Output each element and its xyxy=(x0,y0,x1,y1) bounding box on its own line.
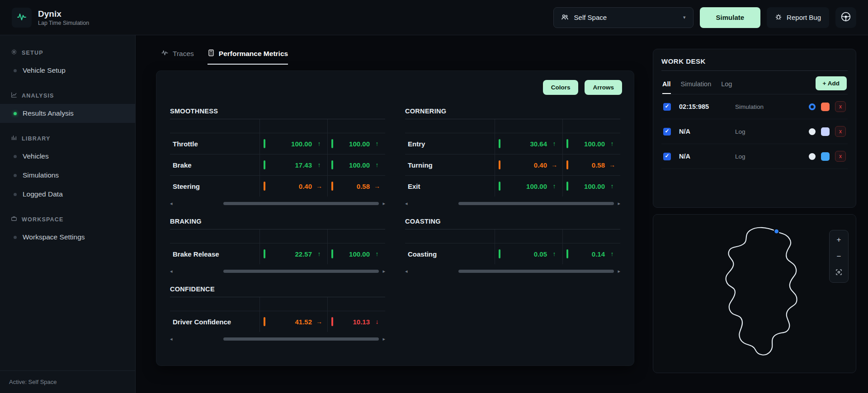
main-area: Traces Performance Metrics Colors Arrows… xyxy=(136,35,642,393)
scroll-left-icon[interactable]: ◂ xyxy=(405,269,408,274)
row-name: N/A xyxy=(679,153,730,160)
trend-up-icon: ↑ xyxy=(316,250,323,257)
fit-view-button[interactable] xyxy=(832,266,846,280)
metric-value-cell: 0.14↑ xyxy=(562,243,620,264)
metric-label: Turning xyxy=(405,154,495,175)
tab-traces[interactable]: Traces xyxy=(161,49,194,65)
scrollbar-track[interactable] xyxy=(176,337,379,341)
row-color-swatch[interactable] xyxy=(821,103,830,111)
scrollbar-thumb[interactable] xyxy=(223,202,379,205)
value-bar-icon xyxy=(566,139,568,148)
metric-value-cell: 0.05↑ xyxy=(495,243,562,264)
scroll-left-icon[interactable]: ◂ xyxy=(170,337,173,342)
arrows-button[interactable]: Arrows xyxy=(585,80,622,95)
scrollbar-track[interactable] xyxy=(176,202,379,205)
sidebar-section-title: ANALYSIS xyxy=(0,84,135,104)
sidebar-item-workspace-settings[interactable]: Workspace Settings xyxy=(0,228,135,247)
work-desk-row: N/ALogx xyxy=(661,119,848,144)
report-bug-button[interactable]: Report Bug xyxy=(767,7,829,28)
row-name: 02:15:985 xyxy=(679,103,730,110)
map-controls: + − xyxy=(829,230,849,283)
work-desk-tab-simulation[interactable]: Simulation xyxy=(681,80,712,94)
main-tabs: Traces Performance Metrics xyxy=(156,49,634,65)
track-outline xyxy=(711,220,808,365)
row-color-swatch[interactable] xyxy=(821,127,830,136)
scroll-left-icon[interactable]: ◂ xyxy=(170,201,173,206)
app-root: Dynix Lap Time Simulation Self Space ▾ S… xyxy=(0,0,868,393)
sidebar-item-vehicle-setup[interactable]: Vehicle Setup xyxy=(0,61,135,80)
metric-value-cell: 22.57↑ xyxy=(259,243,327,264)
trend-flat-icon: → xyxy=(316,182,323,190)
scrollbar-track[interactable] xyxy=(176,270,379,273)
scrollbar-track[interactable] xyxy=(411,202,614,205)
profile-button[interactable] xyxy=(835,7,856,28)
sidebar-item-label: Logged Data xyxy=(23,190,63,198)
scroll-right-icon[interactable]: ▸ xyxy=(618,201,620,206)
zoom-in-button[interactable]: + xyxy=(832,233,846,247)
zoom-out-button[interactable]: − xyxy=(832,249,846,263)
row-marker-icon[interactable] xyxy=(809,103,816,110)
metric-value: 17.43 xyxy=(269,161,312,169)
value-bar-icon xyxy=(264,139,265,148)
metric-value: 100.00 xyxy=(337,140,370,148)
row-visibility-checkbox[interactable] xyxy=(663,103,671,111)
tab-label: Traces xyxy=(173,50,194,58)
metric-row-steering: Steering0.40→0.58→ xyxy=(170,175,385,196)
metric-section-coasting: COASTINGCoasting0.05↑0.14↑◂▸ xyxy=(405,218,620,274)
right-column: WORK DESK All Simulation Log + Add 02:15… xyxy=(642,35,868,393)
metric-label: Exit xyxy=(405,176,495,196)
scroll-right-icon[interactable]: ▸ xyxy=(382,269,385,274)
sidebar-item-logged-data[interactable]: Logged Data xyxy=(0,185,135,204)
horizontal-scrollbar[interactable]: ◂▸ xyxy=(405,268,620,274)
row-remove-button[interactable]: x xyxy=(835,101,846,112)
metrics-column-left: SMOOTHNESSThrottle100.00↑100.00↑Brake17.… xyxy=(170,108,385,353)
row-type: Log xyxy=(735,153,803,160)
scroll-right-icon[interactable]: ▸ xyxy=(382,337,385,342)
metric-value-cell: 10.13↓ xyxy=(327,311,385,332)
horizontal-scrollbar[interactable]: ◂▸ xyxy=(170,336,385,342)
scroll-left-icon[interactable]: ◂ xyxy=(170,269,173,274)
horizontal-scrollbar[interactable]: ◂▸ xyxy=(405,201,620,206)
metric-section-smoothness: SMOOTHNESSThrottle100.00↑100.00↑Brake17.… xyxy=(170,108,385,206)
space-selector[interactable]: Self Space ▾ xyxy=(553,7,693,28)
sidebar-item-results-analysis[interactable]: Results Analysis xyxy=(0,104,135,123)
sidebar-item-simulations[interactable]: Simulations xyxy=(0,166,135,185)
simulate-button[interactable]: Simulate xyxy=(700,7,761,28)
row-remove-button[interactable]: x xyxy=(835,126,846,137)
chevron-down-icon: ▾ xyxy=(683,14,686,20)
horizontal-scrollbar[interactable]: ◂▸ xyxy=(170,201,385,206)
metric-section-confidence: CONFIDENCEDriver Confidence41.52→10.13↓◂… xyxy=(170,285,385,342)
scrollbar-thumb[interactable] xyxy=(223,337,379,341)
sidebar-item-vehicles[interactable]: Vehicles xyxy=(0,147,135,166)
scrollbar-track[interactable] xyxy=(411,270,614,273)
work-desk-tab-all[interactable]: All xyxy=(662,80,671,94)
scrollbar-thumb[interactable] xyxy=(458,270,614,273)
row-name: N/A xyxy=(679,128,730,135)
row-remove-button[interactable]: x xyxy=(835,151,846,162)
metric-section-braking: BRAKINGBrake Release22.57↑100.00↑◂▸ xyxy=(170,218,385,274)
work-desk-tab-log[interactable]: Log xyxy=(721,80,732,94)
scroll-left-icon[interactable]: ◂ xyxy=(405,201,408,206)
content-area: SETUPVehicle SetupANALYSISResults Analys… xyxy=(0,35,868,393)
row-marker-icon[interactable] xyxy=(809,128,816,135)
add-button[interactable]: + Add xyxy=(816,76,847,90)
bullet-icon xyxy=(14,112,17,115)
bullet-icon xyxy=(14,193,17,196)
scrollbar-thumb[interactable] xyxy=(223,270,379,273)
scrollbar-thumb[interactable] xyxy=(458,202,614,205)
value-bar-icon xyxy=(566,249,568,258)
scroll-right-icon[interactable]: ▸ xyxy=(382,201,385,206)
metric-header-row xyxy=(170,119,385,133)
sidebar-section-setup: SETUPVehicle Setup xyxy=(0,42,135,80)
top-bar-actions: Self Space ▾ Simulate Report Bug xyxy=(553,7,856,28)
trend-up-icon: ↑ xyxy=(551,140,558,147)
scroll-right-icon[interactable]: ▸ xyxy=(618,269,620,274)
colors-button[interactable]: Colors xyxy=(543,80,579,95)
row-color-swatch[interactable] xyxy=(821,152,830,161)
value-bar-icon xyxy=(331,249,333,258)
row-visibility-checkbox[interactable] xyxy=(663,128,671,136)
row-visibility-checkbox[interactable] xyxy=(663,153,671,160)
row-marker-icon[interactable] xyxy=(809,153,816,160)
tab-performance-metrics[interactable]: Performance Metrics xyxy=(208,49,288,65)
horizontal-scrollbar[interactable]: ◂▸ xyxy=(170,268,385,274)
